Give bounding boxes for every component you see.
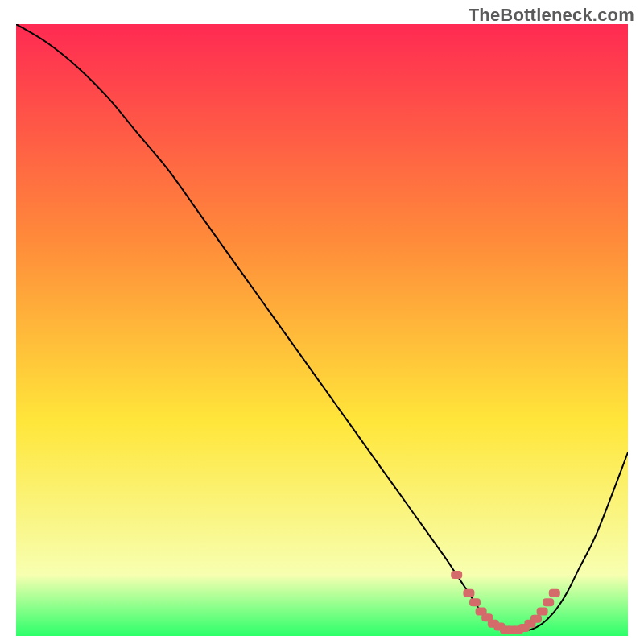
highlight-marker [549,589,560,597]
gradient-background [16,24,628,636]
chart-container: TheBottleneck.com [0,0,644,644]
plot-area [16,24,628,636]
highlight-marker [469,598,481,606]
plot-svg [16,24,628,636]
highlight-marker [543,598,554,606]
highlight-marker [451,571,462,579]
highlight-marker [530,615,542,623]
highlight-marker [463,589,474,597]
highlight-marker [537,608,548,616]
watermark-text: TheBottleneck.com [469,5,634,26]
